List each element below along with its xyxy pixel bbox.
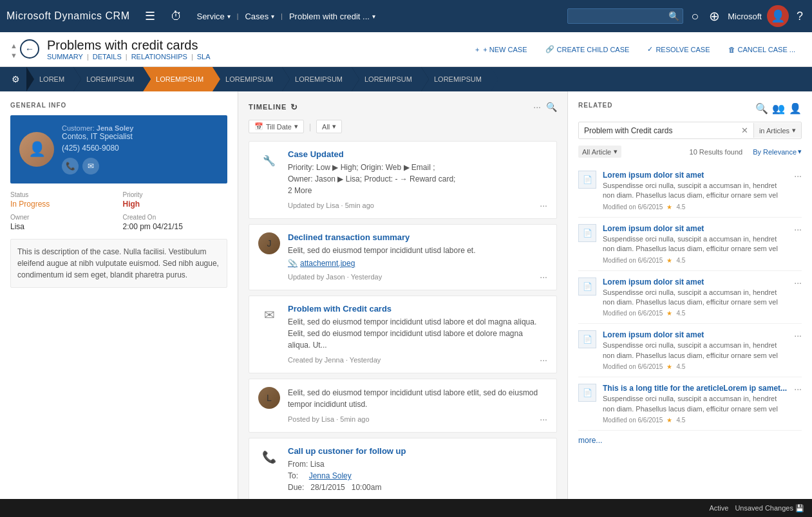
article-meta: Modified on 6/6/2015 ★ 4.5 [603,363,788,370]
top-navigation: Microsoft Dynamics CRM ☰ ⏱ Service ▾ | C… [0,0,812,32]
star-icon: ★ [666,310,672,317]
article-meta: Modified on 6/6/2015 ★ 4.5 [603,257,788,264]
summary-link[interactable]: SUMMARY [47,53,83,61]
nav-cases-label: Cases [245,12,269,21]
sla-link[interactable]: SLA [197,53,211,61]
article-title[interactable]: Lorem ipsum dolor sit amet [603,171,788,180]
attachment-link[interactable]: 📎 attachemnt.jpeg [288,259,547,268]
related-search-scope[interactable]: in Articles ▾ [753,123,801,138]
timeline-search-icon[interactable]: 🔍 [546,102,557,112]
article-title[interactable]: This is a long title for the areticleLor… [603,384,788,393]
action-buttons: + + NEW CASE 🔗 CREATE CHILD CASE ✓ RESOL… [469,42,802,56]
user-avatar[interactable]: 👤 [767,5,789,27]
details-link[interactable]: DETAILS [93,53,122,61]
related-person-icon[interactable]: 👥 [772,102,785,115]
timeline-item-meta: Created by Jenna · Yesterday ··· [288,355,547,365]
clock-icon[interactable]: ⏱ [165,7,187,26]
resolve-case-button[interactable]: ✓ RESOLVE CASE [641,42,716,56]
filter-chevron: ▾ [614,147,618,156]
search-icon[interactable]: 🔍 [668,11,679,21]
user-name-label[interactable]: Microsoft [728,12,762,21]
phone-button[interactable]: 📞 [62,158,79,174]
timeline-item-title: Case Updated [288,149,547,159]
new-case-icon: + [475,46,479,53]
timeline-item-meta: Created by Lisa · Just now ··· [288,497,547,499]
search-input[interactable] [567,8,683,24]
related-header-icons: 🔍 👥 👤 [755,102,802,115]
article-title[interactable]: Lorem ipsum dolor sit amet [603,330,788,339]
help-icon[interactable]: ? [794,7,806,26]
sort-button[interactable]: By Relevance ▾ [753,147,802,156]
nav-down-arrow[interactable]: ▼ [10,52,17,59]
process-stage-7[interactable]: LOREMIPSUM [421,67,491,91]
active-status: Active [709,504,728,512]
refresh-icon[interactable]: ↻ [290,102,298,112]
nav-current[interactable]: Problem with credit ... ▾ [285,9,379,24]
star-icon: ★ [666,203,672,211]
user-avatar-lisa: L [258,387,280,409]
article-title[interactable]: Lorem ipsum dolor sit amet [603,277,788,287]
timeline-item-more2[interactable]: ··· [540,272,547,282]
timeline-item: L Eelit, sed do eiusmod tempor incididun… [249,379,557,433]
related-header: RELATED 🔍 👥 👤 [578,102,802,115]
timeline-label: TIMELINE ↻ [249,102,298,112]
status-label: Status [10,191,115,198]
process-stage-2[interactable]: LOREMIPSUM [73,67,143,91]
description-box: This is description of the case. Nulla f… [10,239,227,288]
add-icon[interactable]: ⊕ [706,6,722,26]
article-text: Suspendisse orci nulla, suscipit a accum… [603,288,788,308]
created-cell: Created On 2:00 pm 04/21/15 [123,214,228,231]
nav-current-label: Problem with credit ... [289,12,370,21]
article-filter-button[interactable]: All Article ▾ [578,146,621,158]
timeline-item-body: Case Updated Priority: Low ▶ High; Origi… [288,149,547,211]
more-link[interactable]: more... [578,436,802,445]
timeline-item-text: Eelit, sed do eiusmod tempor incididunt … [288,245,547,256]
process-stage-3[interactable]: LOREMIPSUM [143,67,212,91]
process-stage-6[interactable]: LOREMIPSUM [352,67,421,91]
chevron-icon2: ▾ [271,13,274,20]
related-search-icon[interactable]: 🔍 [755,102,768,115]
timeline-item-more[interactable]: ··· [540,200,547,211]
process-stage-1[interactable]: LOREM [26,67,73,91]
jenna-soley-link[interactable]: Jenna Soley [309,471,352,480]
secondary-navigation: ▲ ▼ ← Problems with credit cards SUMMARY… [0,32,812,67]
timeline-item-more3[interactable]: ··· [540,355,547,365]
cancel-case-button[interactable]: 🗑 CANCEL CASE ... [722,43,802,56]
timeline-item-more4[interactable]: ··· [540,414,547,424]
related-user-icon[interactable]: 👤 [789,102,802,115]
article-more-button[interactable]: ··· [794,171,802,181]
article-title[interactable]: Lorem ipsum dolor sit amet [603,224,788,233]
timeline-more-icon[interactable]: ··· [533,102,541,112]
timeline-item-meta: Updated by Jason · Yesterday ··· [288,272,547,282]
related-search-clear-button[interactable]: ✕ [736,122,753,138]
contact-name: Jena Soley [97,124,133,132]
nav-cases[interactable]: Cases ▾ [241,9,278,24]
relationships-link[interactable]: RELATIONSHIPS [131,53,187,61]
article-more-button[interactable]: ··· [794,224,802,234]
menu-icon[interactable]: ☰ [140,6,160,26]
new-case-button[interactable]: + + NEW CASE [469,43,534,56]
article-item: 📄 Lorem ipsum dolor sit amet Suspendisse… [578,271,802,324]
date-filter-button[interactable]: 📅 Till Date ▾ [249,120,304,133]
nav-service[interactable]: Service ▾ [193,9,234,24]
timeline-item-more5[interactable]: ··· [540,497,547,499]
email-button[interactable]: ✉ [82,158,99,174]
article-more-button[interactable]: ··· [794,330,802,341]
back-button[interactable]: ← [20,39,39,59]
all-filter-button[interactable]: All ▾ [316,120,342,133]
profile-circle-icon[interactable]: ○ [688,6,701,26]
nav-up-arrow[interactable]: ▲ [10,42,17,50]
timeline-item-text: Priority: Low ▶ High; Origin: Web ▶ Emai… [288,162,547,196]
article-more-button[interactable]: ··· [794,277,802,288]
process-stage-4[interactable]: LOREMIPSUM [212,67,282,91]
article-more-button[interactable]: ··· [794,384,802,394]
related-search-input[interactable] [579,123,736,138]
process-settings-icon[interactable]: ⚙ [5,74,26,84]
timeline-item-body: Declined transaction summary Eelit, sed … [288,232,547,282]
process-stage-5[interactable]: LOREMIPSUM [282,67,352,91]
create-child-button[interactable]: 🔗 CREATE CHILD CASE [539,42,636,56]
article-icon: 📄 [578,224,596,242]
paperclip-icon: 📎 [288,259,297,268]
status-value: In Progress [10,200,115,209]
owner-value: Lisa [10,222,115,231]
